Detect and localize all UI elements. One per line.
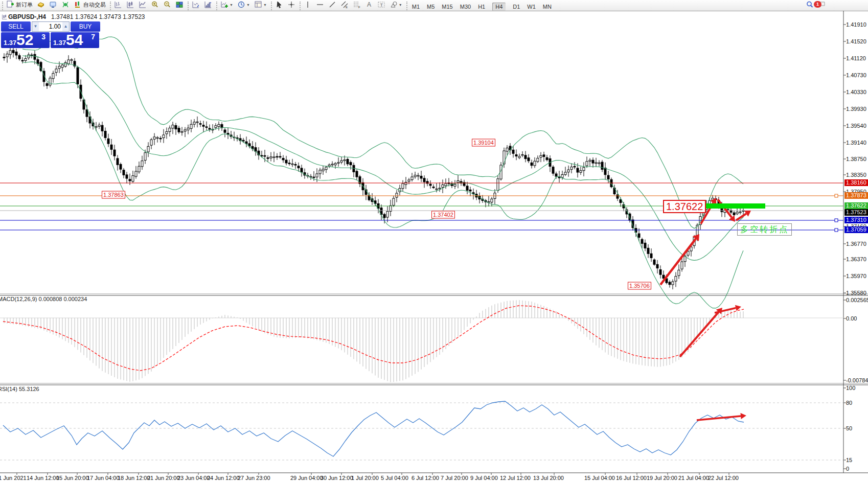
rsi-value: 55.3126: [19, 386, 39, 392]
volume-increase-button[interactable]: ▲: [62, 22, 69, 31]
time-axis-label: 30 Jun 12:00: [321, 475, 353, 481]
time-axis-label: 21 Jul 04:00: [678, 475, 709, 481]
price-axis-tick: 1.38350: [846, 172, 866, 178]
buy-price-base: 1.37: [53, 39, 66, 47]
symbol-name: GBPUSD-,H4: [8, 13, 46, 20]
time-axis-label: 6 Jul 12:00: [412, 475, 439, 481]
price-axis-tag: 1.37059: [844, 226, 868, 233]
time-axis-label: 15 Jul 04:00: [584, 475, 615, 481]
price-axis-tag: 1.37523: [844, 209, 868, 216]
macd-axis-tick: -0.007847: [846, 377, 868, 383]
rsi-name: RSI(14): [0, 386, 17, 392]
time-axis-label: 14 Jun 12:00: [27, 475, 59, 481]
time-axis-label: 12 Jul 12:00: [500, 475, 531, 481]
time-axis-label: 23 Jun 04:00: [177, 475, 210, 481]
time-axis-label: 9 Jul 04:00: [470, 475, 498, 481]
chart-canvas[interactable]: [0, 0, 868, 482]
buy-price-panel[interactable]: 1.37 54 7: [51, 32, 99, 48]
candlestick-series: [3, 44, 744, 289]
price-axis-tick: 1.39930: [846, 106, 866, 112]
symbol-info: GBPUSD-,H41.37481 1.37624 1.37473 1.3752…: [8, 13, 145, 20]
macd-indicator-label: MACD(12,26,9) 0.000808 0.000234: [0, 296, 87, 302]
turning-point-label[interactable]: 多空转折点: [737, 223, 792, 236]
key-level-label[interactable]: 1.37622: [663, 200, 706, 213]
price-axis-tick: 1.36770: [846, 241, 866, 247]
rsi-axis-tick: 15: [846, 457, 852, 463]
price-axis-tag: 1.37873: [844, 192, 868, 199]
time-axis-label: 11 Jun 2021: [0, 475, 27, 481]
sell-price-pips: 52: [16, 31, 33, 49]
line-handle[interactable]: [835, 194, 838, 197]
volume-input[interactable]: [39, 22, 62, 31]
price-axis-tick: 1.40330: [846, 89, 866, 95]
macd-pane: [3, 300, 744, 382]
trend-arrow[interactable]: [660, 234, 699, 285]
time-axis-label: 15 Jun 20:00: [56, 475, 89, 481]
time-axis-label: 13 Jul 20:00: [533, 475, 564, 481]
price-axis-tag: 1.37310: [844, 217, 868, 223]
sell-button[interactable]: SELL: [1, 21, 31, 32]
price-axis-tick: 1.39540: [846, 123, 866, 129]
volume-decrease-button[interactable]: ▼: [32, 22, 39, 31]
highlight-bar[interactable]: [704, 203, 765, 209]
time-axis-label: 5 Jul 04:00: [381, 475, 408, 481]
price-axis-tick: 1.39140: [846, 140, 866, 146]
macd-axis-tick: 0.00: [846, 315, 857, 322]
time-axis-label: 19 Jul 20:00: [647, 475, 677, 481]
rsi-axis-tick: 0: [846, 466, 849, 472]
time-axis-label: 29 Jun 04:00: [290, 475, 323, 481]
macd-values: 0.000808 0.000234: [38, 296, 87, 302]
macd-name: MACD(12,26,9): [0, 296, 37, 302]
line-handle[interactable]: [835, 219, 838, 222]
price-axis-tick: 1.41520: [846, 38, 866, 44]
time-axis-label: 7 Jul 20:00: [441, 475, 468, 481]
buy-button[interactable]: BUY: [71, 21, 100, 32]
price-axis-tick: 1.35970: [846, 273, 866, 279]
price-axis-tag: 1.37622: [844, 202, 868, 209]
one-click-trading-panel: SELL ▼ ▲ BUY 1.37 52 3 1.37 54 7: [1, 21, 100, 48]
price-annotation[interactable]: 1.39104: [472, 139, 495, 147]
chart-candles-icon: [2, 14, 8, 20]
price-axis-tick: 1.41910: [846, 21, 866, 28]
mt4-window: 新订单自动交易▼▼▼EFAT▼M1M5M15M30H1H4D1W1MN 1 GB…: [0, 0, 868, 482]
time-axis-label: 24 Jun 12:00: [207, 475, 240, 481]
price-axis-tag: 1.38160: [844, 179, 868, 186]
time-axis-label: 21 Jun 20:00: [147, 475, 180, 481]
time-axis-label: 17 Jun 04:00: [87, 475, 120, 481]
time-axis-label: 27 Jun 23:00: [238, 475, 270, 481]
price-annotation[interactable]: 1.37402: [431, 211, 455, 219]
chart-symbol-icon: [2, 14, 8, 21]
time-axis-label: 16 Jul 12:00: [616, 475, 647, 481]
time-axis-label: 18 Jun 12:00: [118, 475, 150, 481]
rsi-axis-tick: 100: [846, 385, 855, 391]
rsi-axis-tick: 50: [846, 425, 852, 431]
buy-price-pips: 54: [66, 31, 83, 49]
macd-axis-tick: 0.002565: [846, 297, 868, 303]
time-axis-label: 1 Jul 20:00: [351, 475, 379, 481]
symbol-quotes: 1.37481 1.37624 1.37473 1.37523: [51, 13, 145, 20]
price-axis-tick: 1.41120: [846, 55, 866, 61]
price-annotation[interactable]: 1.35706: [628, 282, 651, 290]
trend-arrow[interactable]: [680, 308, 722, 357]
price-axis-tick: 1.38750: [846, 156, 866, 162]
sell-price-point: 3: [41, 33, 45, 41]
time-axis-label: 22 Jul 12:00: [708, 475, 739, 481]
sell-price-panel[interactable]: 1.37 52 3: [1, 32, 50, 48]
price-annotation[interactable]: 1.37863: [102, 191, 125, 199]
price-axis-tick: 1.36370: [846, 256, 866, 262]
price-axis-tick: 1.40730: [846, 72, 866, 78]
buy-price-point: 7: [91, 33, 95, 41]
sell-price-base: 1.37: [4, 39, 16, 47]
line-handle[interactable]: [835, 228, 838, 232]
rsi-indicator-label: RSI(14) 55.3126: [0, 386, 39, 392]
rsi-axis-tick: 80: [846, 400, 852, 406]
rsi-pane: [3, 401, 744, 456]
bollinger-bands: [22, 37, 743, 308]
price-axis-tick: 1.35580: [846, 290, 866, 296]
